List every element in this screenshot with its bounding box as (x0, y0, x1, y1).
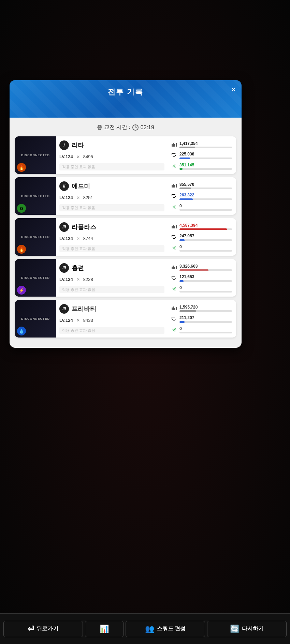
damage-bar-fill (179, 269, 208, 271)
special-bar-bg (179, 250, 232, 252)
character-card: DISCONNECTED ⚡ III 홍련 LV.124 ✕ 8228 적용 중… (15, 259, 236, 297)
special-bar-fill (179, 168, 183, 170)
char-effect: 적용 중인 효과 없음 (59, 245, 164, 252)
char-stats: 3,326,663 🛡 121,653 (168, 259, 236, 297)
modal-body: 총 교전 시간 : 02:19 DISCONNECTED 🔥 I 리타 LV.1… (10, 118, 242, 348)
retry-label: 다시하기 (242, 625, 264, 632)
defense-stat-content: 225,038 (179, 152, 232, 159)
disconnected-label: DISCONNECTED (21, 235, 50, 239)
damage-bar-bg (179, 228, 232, 230)
element-badge: ♻ (17, 204, 26, 213)
shield-icon: 🛡 (171, 275, 177, 282)
special-bar-bg (179, 209, 232, 211)
element-badge: ⚡ (17, 286, 26, 295)
char-name: 라플라스 (72, 223, 96, 231)
squad-icon: 👥 (145, 625, 154, 633)
disconnected-label: DISCONNECTED (21, 317, 50, 320)
squad-button[interactable]: 👥 스쿼드 편성 (126, 621, 205, 637)
special-stat-content: 0 (179, 285, 232, 293)
special-bar-bg (179, 291, 232, 293)
close-button[interactable]: × (231, 85, 236, 94)
char-info: II 애드미 LV.124 ✕ 8251 적용 중인 효과 없음 (56, 177, 168, 215)
defense-stat-row: 🛡 225,038 (171, 152, 232, 159)
stats-button[interactable]: 📊 (85, 621, 124, 637)
defense-bar-fill (179, 239, 185, 241)
special-bar-bg (179, 332, 232, 333)
defense-stat-content: 211,207 (179, 315, 232, 323)
char-avatar: DISCONNECTED ♻ (15, 177, 56, 215)
defense-bar-bg (179, 198, 232, 200)
special-stat-row: ✳ 0 (171, 244, 232, 252)
damage-bar-fill (179, 188, 191, 189)
defense-stat-content: 121,653 (179, 274, 232, 282)
char-power: 8251 (83, 195, 93, 200)
total-time-row: 총 교전 시간 : 02:19 (15, 124, 236, 131)
back-icon: ⏎ (28, 625, 34, 633)
damage-bar-fill (179, 310, 196, 312)
char-stats: 855,570 🛡 263,322 (168, 177, 236, 215)
special-stat-content: 351,145 (179, 163, 232, 170)
char-info: I 리타 LV.124 ✕ 8495 적용 중인 효과 없음 (56, 136, 168, 174)
char-stats: 4,587,394 🛡 247,057 (168, 218, 236, 256)
defense-value: 211,207 (179, 315, 232, 320)
defense-value: 121,653 (179, 274, 232, 279)
sword-icon: ✕ (76, 154, 80, 159)
defense-stat-content: 263,322 (179, 193, 232, 200)
char-name-row: III 프리바티 (59, 304, 164, 314)
disconnected-label: DISCONNECTED (21, 153, 50, 157)
retry-icon: 🔄 (230, 625, 239, 633)
element-badge: 💧 (17, 327, 26, 335)
special-stat-content: 0 (179, 204, 232, 211)
defense-value: 247,057 (179, 234, 232, 238)
char-power: 8433 (83, 318, 93, 323)
shield-icon: 🛡 (171, 193, 177, 200)
defense-bar-bg (179, 280, 232, 282)
retry-button[interactable]: 🔄 다시하기 (207, 621, 287, 637)
char-avatar: DISCONNECTED 🔥 (15, 218, 56, 256)
sword-icon: ✕ (76, 195, 80, 200)
damage-value: 3,326,663 (179, 264, 232, 269)
damage-value: 1,417,354 (179, 141, 232, 146)
shield-icon: 🛡 (171, 316, 177, 323)
clock-icon (132, 124, 139, 131)
damage-stat-content: 1,595,720 (179, 305, 232, 312)
defense-value: 225,038 (179, 152, 232, 156)
disconnected-label: DISCONNECTED (21, 194, 50, 198)
damage-icon (171, 223, 177, 230)
char-power: 8228 (83, 277, 93, 282)
character-card: DISCONNECTED 🔥 III 라플라스 LV.124 ✕ 8744 적용… (15, 218, 236, 256)
character-card: DISCONNECTED 🔥 I 리타 LV.124 ✕ 8495 적용 중인 … (15, 136, 236, 174)
special-stat-row: ✳ 0 (171, 326, 232, 333)
special-value: 0 (179, 285, 232, 290)
special-stat-content: 0 (179, 244, 232, 252)
char-name: 홍련 (72, 264, 84, 272)
back-button[interactable]: ⏎ 뒤로가기 (3, 621, 83, 637)
char-info: III 라플라스 LV.124 ✕ 8744 적용 중인 효과 없음 (56, 218, 168, 256)
rank-badge: III (59, 263, 69, 273)
special-stat-row: ✳ 0 (171, 204, 232, 211)
special-value: 0 (179, 244, 232, 249)
sword-icon: ✕ (76, 236, 80, 241)
char-info: III 홍련 LV.124 ✕ 8228 적용 중인 효과 없음 (56, 259, 168, 297)
special-icon: ✳ (171, 326, 177, 333)
damage-stat-row: 1,595,720 (171, 305, 232, 312)
damage-bar-fill (179, 147, 195, 148)
special-bar-bg (179, 168, 232, 170)
special-icon: ✳ (171, 204, 177, 210)
battle-record-modal: 전투 기록 × 총 교전 시간 : 02:19 DISCONNECTED 🔥 I… (10, 80, 242, 348)
defense-stat-row: 🛡 211,207 (171, 315, 232, 323)
char-level-row: LV.124 ✕ 8251 (59, 195, 164, 200)
defense-stat-content: 247,057 (179, 234, 232, 241)
element-badge: 🔥 (17, 245, 26, 254)
defense-stat-row: 🛡 263,322 (171, 193, 232, 200)
damage-icon (171, 305, 177, 312)
char-effect: 적용 중인 효과 없음 (59, 163, 164, 170)
damage-value: 855,570 (179, 182, 232, 187)
char-effect: 적용 중인 효과 없음 (59, 327, 164, 334)
rank-badge: II (59, 181, 69, 191)
char-name-row: III 홍련 (59, 263, 164, 273)
modal-title: 전투 기록 (16, 87, 235, 97)
char-name: 프리바티 (72, 305, 96, 313)
char-info: III 프리바티 LV.124 ✕ 8433 적용 중인 효과 없음 (56, 300, 168, 338)
rank-badge: I (59, 140, 69, 150)
